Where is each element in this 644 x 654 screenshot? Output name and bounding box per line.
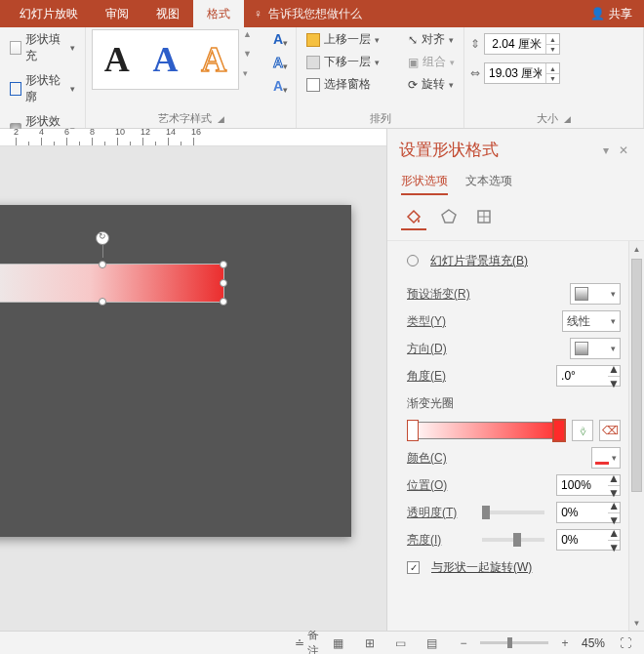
zoom-thumb[interactable]: [507, 637, 512, 648]
position-down[interactable]: ▼: [608, 485, 620, 500]
align-icon: ⤡: [408, 33, 418, 47]
resize-handle-s[interactable]: [99, 298, 106, 306]
angle-down[interactable]: ▼: [608, 376, 620, 390]
paint-bucket-icon: [10, 41, 21, 55]
preset-gradient-selector[interactable]: ▾: [570, 283, 621, 305]
scroll-up-button[interactable]: ▲: [629, 241, 644, 257]
size-properties-category[interactable]: [471, 205, 497, 230]
zoom-in-button[interactable]: +: [554, 634, 576, 652]
notes-button[interactable]: ≐ 备注: [297, 634, 318, 652]
angle-spinner[interactable]: ▲▼: [556, 365, 621, 387]
brightness-spinner[interactable]: ▲▼: [556, 529, 621, 551]
position-spinner[interactable]: ▲▼: [556, 474, 621, 496]
gallery-scroll-down[interactable]: ▼: [243, 49, 259, 68]
bring-forward-label: 上移一层: [324, 31, 371, 48]
height-up[interactable]: ▲: [545, 34, 559, 44]
brightness-thumb[interactable]: [513, 533, 521, 547]
gradient-track[interactable]: [407, 422, 566, 439]
direction-selector[interactable]: ▾: [570, 338, 621, 359]
view-slideshow-button[interactable]: ▤: [422, 634, 443, 652]
angle-up[interactable]: ▲: [608, 362, 620, 376]
tab-view[interactable]: 视图: [142, 0, 193, 27]
brightness-down[interactable]: ▼: [608, 540, 620, 554]
type-selector[interactable]: 线性▾: [562, 310, 621, 332]
bring-forward-button[interactable]: 上移一层▾: [302, 29, 400, 50]
wordart-preset-2[interactable]: A: [152, 39, 178, 80]
send-backward-button[interactable]: 下移一层▾: [302, 52, 400, 72]
view-sorter-button[interactable]: ⊞: [359, 634, 381, 652]
size-dialog-launcher[interactable]: ◢: [564, 114, 571, 124]
rotate-label: 旋转: [422, 76, 445, 93]
gallery-expand[interactable]: ▾: [243, 68, 259, 88]
scroll-down-button[interactable]: ▼: [629, 615, 644, 631]
angle-label: 角度(E): [407, 368, 550, 385]
fit-to-window-button[interactable]: ⛶: [615, 634, 636, 652]
tab-slideshow[interactable]: 幻灯片放映: [6, 0, 92, 27]
transparency-input[interactable]: [557, 506, 608, 519]
scroll-thumb[interactable]: [631, 259, 642, 492]
pane-tab-shape-options[interactable]: 形状选项: [401, 169, 448, 195]
angle-input[interactable]: [557, 369, 608, 383]
view-normal-button[interactable]: ▦: [328, 634, 349, 652]
rotate-handle[interactable]: ↻: [96, 231, 109, 245]
width-down[interactable]: ▼: [545, 73, 559, 83]
pane-tab-text-options[interactable]: 文本选项: [465, 169, 512, 195]
slide-canvas[interactable]: ↻: [0, 146, 386, 631]
color-picker[interactable]: ▾: [591, 447, 621, 469]
transparency-spinner[interactable]: ▲▼: [556, 502, 621, 523]
pane-scrollbar[interactable]: ▲ ▼: [628, 241, 644, 631]
remove-stop-button[interactable]: ⌫: [599, 420, 621, 441]
transparency-thumb[interactable]: [482, 506, 490, 519]
tell-me[interactable]: ♀ 告诉我您想做什么: [244, 0, 372, 27]
rotate-with-shape-option[interactable]: ✓与形状一起旋转(W): [407, 553, 621, 581]
text-fill-button[interactable]: A▾: [266, 29, 290, 49]
pane-title: 设置形状格式: [399, 139, 597, 161]
share-button[interactable]: 👤 共享: [579, 0, 644, 27]
resize-handle-ne[interactable]: [220, 261, 227, 268]
slide[interactable]: ↻: [0, 205, 351, 537]
shape-fill-button[interactable]: 形状填充▾: [6, 29, 79, 66]
selection-pane-button[interactable]: 选择窗格: [302, 74, 400, 95]
effects-category[interactable]: [436, 205, 462, 230]
wordart-dialog-launcher[interactable]: ◢: [218, 114, 224, 124]
fill-line-category[interactable]: [401, 205, 426, 230]
position-up[interactable]: ▲: [608, 471, 620, 485]
brightness-up[interactable]: ▲: [608, 526, 620, 540]
position-input[interactable]: [557, 478, 608, 492]
ruler-tick: [79, 142, 80, 145]
ruler-tick: 8: [92, 138, 93, 145]
wordart-gallery[interactable]: A A A: [92, 29, 239, 90]
brightness-slider[interactable]: [482, 538, 545, 542]
gradient-stop-2[interactable]: [553, 420, 565, 441]
shape-outline-button[interactable]: 形状轮廓▾: [6, 70, 79, 107]
ruler-tick: [54, 142, 55, 145]
add-stop-button[interactable]: ⎀: [572, 420, 593, 441]
ruler-tick: 12: [142, 138, 143, 145]
radio-unchecked-icon: [407, 255, 419, 266]
brightness-input[interactable]: [557, 533, 608, 547]
transparency-up[interactable]: ▲: [608, 499, 620, 512]
wordart-preset-1[interactable]: A: [104, 39, 130, 80]
gallery-scroll-up[interactable]: ▲: [243, 29, 259, 49]
tab-review[interactable]: 审阅: [92, 0, 142, 27]
tab-format[interactable]: 格式: [193, 0, 244, 27]
resize-handle-e[interactable]: [220, 279, 227, 287]
selected-shape[interactable]: ↻: [0, 264, 224, 303]
pane-close-button[interactable]: ✕: [615, 142, 632, 159]
text-outline-button[interactable]: A▾: [266, 53, 290, 72]
height-down[interactable]: ▼: [545, 44, 559, 54]
text-effects-button[interactable]: A▾: [266, 76, 290, 96]
wordart-preset-3[interactable]: A: [201, 39, 226, 80]
resize-handle-n[interactable]: [99, 261, 106, 268]
height-input[interactable]: [485, 37, 545, 51]
view-reading-button[interactable]: ▭: [390, 634, 412, 652]
transparency-slider[interactable]: [482, 511, 545, 514]
resize-handle-se[interactable]: [220, 298, 227, 306]
gradient-stop-1[interactable]: [407, 420, 419, 441]
zoom-out-button[interactable]: −: [453, 634, 474, 652]
pane-menu-button[interactable]: ▾: [597, 142, 615, 159]
slide-bg-fill-option[interactable]: 幻灯片背景填充(B): [407, 247, 621, 274]
width-up[interactable]: ▲: [545, 63, 559, 73]
zoom-slider[interactable]: [480, 641, 548, 644]
transparency-down[interactable]: ▼: [608, 512, 620, 527]
